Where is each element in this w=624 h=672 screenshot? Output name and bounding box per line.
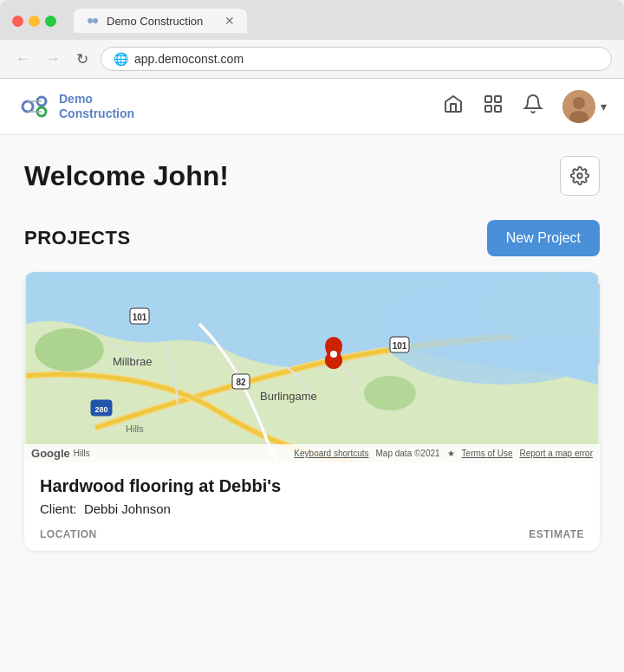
logo-icon <box>17 89 52 124</box>
project-client: Client: Debbi Johnson <box>40 501 584 516</box>
estimate-label: ESTIMATE <box>529 528 584 540</box>
tab-favicon-icon <box>86 14 100 28</box>
svg-text:82: 82 <box>236 378 246 387</box>
svg-rect-8 <box>495 96 501 102</box>
map-footer-links: Keyboard shortcuts Map data ©2021 ★ Term… <box>294 449 593 458</box>
top-nav: Demo Construction <box>0 79 624 135</box>
fullscreen-traffic-light[interactable] <box>45 16 56 27</box>
welcome-heading: Welcome John! <box>24 160 229 192</box>
browser-titlebar: Demo Construction ✕ <box>0 0 624 40</box>
project-meta-row: LOCATION ESTIMATE <box>40 528 584 540</box>
location-label: LOCATION <box>40 528 97 540</box>
logo-area: Demo Construction <box>17 89 443 124</box>
map-footer: Google Hills Keyboard shortcuts Map data… <box>24 444 600 462</box>
back-button[interactable]: ← <box>12 48 34 69</box>
map-attribution-star: ★ <box>447 449 455 458</box>
svg-text:Burlingame: Burlingame <box>260 390 317 403</box>
tab-close-button[interactable]: ✕ <box>224 14 235 28</box>
keyboard-shortcuts-link[interactable]: Keyboard shortcuts <box>294 449 368 458</box>
welcome-row: Welcome John! <box>24 156 600 196</box>
refresh-button[interactable]: ↻ <box>73 48 92 70</box>
avatar-image <box>562 90 595 123</box>
svg-text:101: 101 <box>133 313 147 322</box>
svg-text:Hills: Hills <box>126 423 144 434</box>
nav-icons: ▾ <box>443 90 607 123</box>
svg-text:101: 101 <box>393 341 407 351</box>
projects-title: PROJECTS <box>24 227 131 249</box>
address-bar[interactable]: 🌐 app.democonst.com <box>101 47 612 71</box>
chevron-down-icon: ▾ <box>601 100 607 113</box>
traffic-lights <box>12 16 56 27</box>
svg-point-12 <box>573 97 585 109</box>
settings-button[interactable] <box>560 156 600 196</box>
app-container: Demo Construction <box>0 79 624 672</box>
tab-bar: Demo Construction ✕ <box>74 9 612 33</box>
browser-window: Demo Construction ✕ ← → ↻ 🌐 app.democons… <box>0 0 624 672</box>
close-traffic-light[interactable] <box>12 16 23 27</box>
report-map-error-link[interactable]: Report a map error <box>520 449 593 458</box>
svg-text:280: 280 <box>94 405 107 414</box>
browser-toolbar: ← → ↻ 🌐 app.democonst.com <box>0 40 624 79</box>
globe-icon: 🌐 <box>114 52 128 66</box>
forward-button[interactable]: → <box>42 48 64 69</box>
minimize-traffic-light[interactable] <box>29 16 40 27</box>
google-logo: Google <box>31 447 70 460</box>
svg-rect-7 <box>485 96 491 102</box>
svg-point-2 <box>23 101 33 112</box>
hills-label: Hills <box>74 449 90 458</box>
new-project-button[interactable]: New Project <box>487 220 600 256</box>
svg-point-19 <box>364 376 416 410</box>
home-icon[interactable] <box>443 94 464 120</box>
card-info: Hardwood flooring at Debbi's Client: Deb… <box>24 462 600 551</box>
client-label: Client: <box>40 501 77 516</box>
bell-icon[interactable] <box>523 94 543 120</box>
svg-text:Millbrae: Millbrae <box>113 355 153 368</box>
active-tab[interactable]: Demo Construction ✕ <box>74 9 247 33</box>
svg-point-0 <box>88 18 93 23</box>
tab-title: Demo Construction <box>107 15 203 28</box>
svg-point-14 <box>577 173 582 178</box>
svg-point-33 <box>330 351 337 358</box>
svg-point-18 <box>35 328 104 372</box>
svg-rect-10 <box>495 106 501 112</box>
project-card[interactable]: 101 101 82 280 Millbrae Burlingame <box>24 272 600 551</box>
svg-rect-9 <box>485 106 491 112</box>
main-content: Welcome John! PROJECTS New Project <box>0 135 624 672</box>
map-data-text: Map data ©2021 <box>376 449 440 458</box>
url-text: app.democonst.com <box>134 52 244 66</box>
project-name: Hardwood flooring at Debbi's <box>40 476 584 496</box>
client-name: Debbi Johnson <box>84 501 171 516</box>
grid-icon[interactable] <box>483 94 504 120</box>
user-avatar-container[interactable]: ▾ <box>562 90 607 123</box>
logo-text: Demo Construction <box>59 92 134 121</box>
avatar <box>562 90 595 123</box>
map-container: 101 101 82 280 Millbrae Burlingame <box>24 272 600 462</box>
projects-header: PROJECTS New Project <box>24 220 600 256</box>
svg-point-1 <box>93 18 98 23</box>
terms-of-use-link[interactable]: Terms of Use <box>462 449 513 458</box>
